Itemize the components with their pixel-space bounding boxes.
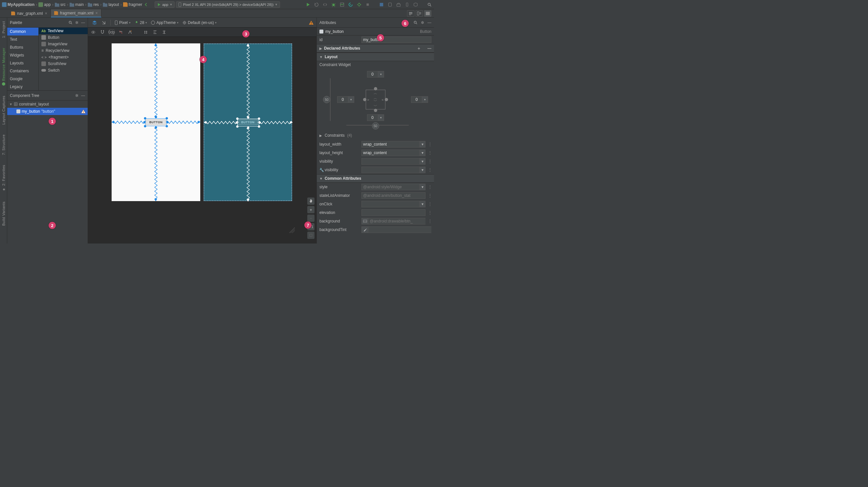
palette-cat-buttons[interactable]: Buttons bbox=[7, 44, 38, 51]
palette-settings-icon[interactable]: ✲ bbox=[75, 20, 79, 25]
dropdown-icon[interactable]: ▾ bbox=[420, 201, 426, 207]
tool-favorites[interactable]: ★2: Favorites bbox=[1, 165, 6, 192]
more-icon[interactable]: ⋮ bbox=[428, 150, 431, 155]
attach-debugger-icon[interactable] bbox=[356, 2, 362, 7]
zoom-in-icon[interactable]: + bbox=[307, 206, 314, 213]
selection-handle[interactable] bbox=[247, 127, 249, 129]
more-icon[interactable]: ⋮ bbox=[428, 219, 431, 224]
attr-minimize-icon[interactable]: — bbox=[428, 20, 431, 25]
color-picker-icon[interactable] bbox=[362, 226, 368, 233]
margin-left[interactable]: ▾ bbox=[337, 96, 354, 103]
bias-horizontal-badge[interactable]: 50 bbox=[372, 122, 379, 130]
attr-search-icon[interactable] bbox=[413, 20, 417, 25]
selection-handle[interactable] bbox=[247, 116, 249, 119]
crumb-project[interactable]: MyApplication bbox=[2, 2, 34, 7]
palette-cat-google[interactable]: Google bbox=[7, 75, 38, 83]
crumb-src[interactable]: src bbox=[55, 2, 66, 7]
run-configuration-select[interactable]: app ▼ bbox=[155, 1, 175, 8]
canvas-button-design[interactable]: BUTTON bbox=[146, 119, 166, 125]
view-split-icon[interactable] bbox=[415, 10, 423, 17]
layout-width-input[interactable] bbox=[362, 141, 420, 147]
more-icon[interactable]: ⋮ bbox=[428, 202, 431, 206]
dropdown-icon[interactable]: ▾ bbox=[420, 167, 426, 173]
crumb-file[interactable]: fragmer bbox=[123, 2, 142, 7]
crumb-app[interactable]: app bbox=[38, 2, 51, 7]
close-tab-icon[interactable]: × bbox=[45, 11, 47, 16]
selection-handle[interactable] bbox=[155, 116, 157, 118]
warning-icon[interactable]: ! bbox=[81, 109, 86, 114]
view-design-icon[interactable] bbox=[424, 10, 431, 17]
palette-item-scrollview[interactable]: ScrollView bbox=[39, 60, 88, 67]
anchor-left[interactable] bbox=[363, 98, 366, 101]
palette-cat-widgets[interactable]: Widgets bbox=[7, 51, 38, 59]
attr-id-input[interactable] bbox=[362, 36, 431, 43]
tree-settings-icon[interactable]: ✲ bbox=[75, 93, 79, 98]
selection-handle[interactable] bbox=[258, 125, 260, 128]
layout-inspector-icon[interactable] bbox=[413, 2, 418, 7]
bias-vertical-badge[interactable]: 50 bbox=[323, 96, 330, 103]
selection-handle[interactable] bbox=[236, 125, 239, 128]
palette-cat-layouts[interactable]: Layouts bbox=[7, 59, 38, 67]
more-icon[interactable]: ⋮ bbox=[428, 159, 431, 164]
selection-handle[interactable] bbox=[144, 125, 147, 127]
stop-icon[interactable] bbox=[365, 2, 370, 7]
sdk-manager-icon[interactable] bbox=[396, 2, 401, 7]
sync-icon[interactable] bbox=[379, 2, 384, 7]
zoom-out-icon[interactable]: − bbox=[307, 214, 314, 222]
palette-item-fragment[interactable]: < ><fragment> bbox=[39, 54, 88, 60]
design-surface-icon[interactable] bbox=[91, 19, 98, 26]
pan-icon[interactable] bbox=[307, 198, 314, 205]
constraint-widget[interactable]: ︿︿ ﹀﹀ » « ▾ ▾ ▾ bbox=[317, 68, 434, 131]
expand-icon[interactable]: ▾ bbox=[9, 102, 12, 107]
remove-declared-icon[interactable]: — bbox=[428, 46, 431, 51]
attr-settings-icon[interactable]: ✲ bbox=[421, 20, 424, 25]
orientation-icon[interactable] bbox=[100, 19, 108, 26]
device-manager-icon[interactable] bbox=[404, 2, 410, 7]
onclick-input[interactable] bbox=[362, 201, 420, 207]
tree-row-my-button[interactable]: my_button "button" ! bbox=[7, 108, 88, 115]
anchor-right[interactable] bbox=[385, 98, 388, 101]
resize-corner-icon[interactable] bbox=[287, 226, 295, 233]
search-everywhere-icon[interactable] bbox=[427, 2, 432, 7]
canvas-button-blueprint[interactable]: BUTTON bbox=[238, 119, 258, 125]
tree-row-constraintlayout[interactable]: ▾ constraint_layout bbox=[7, 101, 88, 108]
margin-right[interactable]: ▾ bbox=[411, 96, 428, 103]
infer-constraints-icon[interactable] bbox=[127, 30, 133, 35]
selection-handle[interactable] bbox=[259, 122, 261, 124]
debug-icon[interactable] bbox=[331, 2, 336, 7]
section-layout[interactable]: ▼ Layout bbox=[317, 53, 434, 61]
align-icon[interactable] bbox=[152, 30, 158, 35]
coverage-icon[interactable] bbox=[339, 2, 345, 7]
blueprint-preview[interactable]: BUTTON bbox=[204, 44, 292, 201]
apply-code-icon[interactable] bbox=[322, 2, 328, 7]
margin-bottom[interactable]: ▾ bbox=[367, 114, 384, 121]
anchor-bottom[interactable] bbox=[374, 109, 377, 112]
layout-warnings-icon[interactable] bbox=[309, 20, 314, 25]
palette-item-switch[interactable]: Switch bbox=[39, 67, 88, 74]
palette-cat-text[interactable]: Text bbox=[7, 35, 38, 44]
tools-visibility-input[interactable] bbox=[362, 167, 420, 173]
palette-item-button[interactable]: Button bbox=[39, 34, 88, 41]
tool-structure[interactable]: 7: Structure bbox=[2, 135, 6, 155]
selection-handle[interactable] bbox=[166, 121, 169, 123]
palette-item-imageview[interactable]: ImageView bbox=[39, 41, 88, 47]
dropdown-icon[interactable]: ▾ bbox=[420, 184, 426, 190]
palette-minimize-icon[interactable]: — bbox=[81, 20, 85, 25]
layout-height-input[interactable] bbox=[362, 149, 420, 156]
section-common[interactable]: ▼ Common Attributes bbox=[317, 174, 434, 183]
device-select[interactable]: Pixel 2 XL API 28 (minSdk(API 29) > devi… bbox=[176, 1, 280, 8]
anchor-top[interactable] bbox=[374, 87, 377, 90]
editor-tab-fragment-main[interactable]: fragment_main.xml × bbox=[51, 9, 101, 18]
palette-item-textview[interactable]: AbTextView bbox=[39, 28, 88, 34]
dropdown-icon[interactable]: ▾ bbox=[420, 158, 426, 165]
selection-handle[interactable] bbox=[166, 125, 168, 127]
crumb-layout[interactable]: layout bbox=[103, 2, 119, 7]
selection-handle[interactable] bbox=[144, 121, 146, 123]
statelistanimator-input[interactable] bbox=[362, 192, 426, 199]
zoom-reset-icon[interactable] bbox=[307, 232, 314, 239]
palette-cat-common[interactable]: Common bbox=[7, 28, 38, 35]
crumb-res[interactable]: res bbox=[88, 2, 99, 7]
magnet-icon[interactable] bbox=[100, 30, 105, 35]
tool-build-variants[interactable]: Build Variants bbox=[2, 201, 6, 226]
palette-cat-containers[interactable]: Containers bbox=[7, 67, 38, 75]
